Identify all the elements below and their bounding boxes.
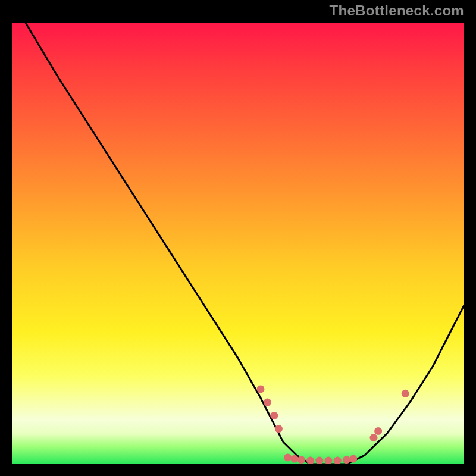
data-marker [298, 456, 305, 464]
data-marker [275, 425, 283, 433]
curve-path [26, 23, 464, 464]
data-marker [270, 412, 278, 419]
data-marker [257, 385, 265, 393]
data-marker [343, 456, 350, 464]
data-marker [370, 434, 378, 441]
data-marker [264, 399, 271, 406]
data-marker [374, 427, 382, 435]
data-marker [315, 457, 323, 464]
data-marker [325, 457, 333, 464]
watermark-text: TheBottleneck.com [330, 2, 464, 19]
data-marker [349, 455, 357, 463]
plot-area [12, 23, 464, 464]
curve-markers [257, 385, 409, 464]
data-marker [291, 455, 299, 463]
data-marker [402, 390, 409, 397]
chart-svg [12, 23, 464, 464]
bottleneck-curve [26, 23, 464, 464]
chart-frame: TheBottleneck.com [0, 0, 476, 476]
data-marker [284, 453, 292, 461]
data-marker [334, 457, 342, 464]
data-marker [306, 457, 314, 464]
